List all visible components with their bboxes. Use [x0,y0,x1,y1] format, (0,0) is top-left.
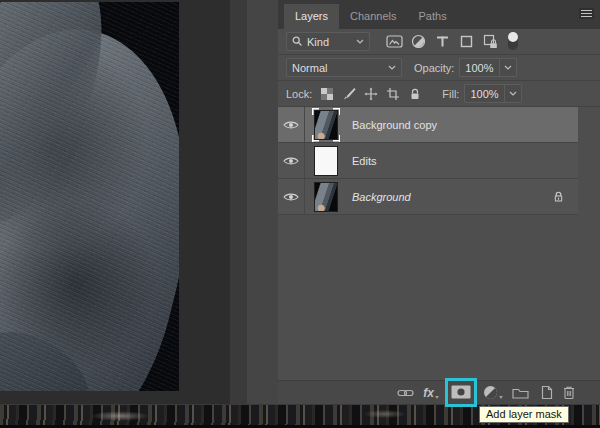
layer-thumbnail[interactable] [312,108,340,142]
filter-kind-dropdown[interactable]: Kind [286,32,370,51]
lock-position-icon[interactable] [360,85,382,103]
layer-visibility-toggle[interactable] [278,179,305,214]
add-layer-mask-highlight [448,381,474,404]
shape-layers-filter-icon[interactable] [454,32,478,52]
fill-value: 100% [465,88,503,100]
smart-objects-filter-icon[interactable] [478,32,502,52]
layer-visibility-toggle[interactable] [278,143,305,178]
lock-all-icon[interactable] [404,85,426,103]
layer-row-edits[interactable]: Edits [278,143,578,179]
prevent-autonesting-icon[interactable] [382,85,404,103]
eye-icon [283,156,299,166]
panel-menu-icon[interactable] [579,8,594,19]
layer-lock-icon [553,190,564,203]
adjustment-layers-filter-icon[interactable] [406,32,430,52]
filter-toggle[interactable] [508,33,518,50]
filter-kind-value: Kind [307,36,352,48]
add-layer-mask-tooltip: Add layer mask [479,406,569,423]
blend-mode-dropdown[interactable]: Normal [286,58,402,77]
panel-tab-bar: Layers Channels Paths [278,0,600,29]
tab-paths[interactable]: Paths [408,4,458,29]
new-layer-icon[interactable] [538,385,553,400]
lock-label: Lock: [286,88,312,100]
chevron-down-icon [388,65,396,70]
opacity-label: Opacity: [414,62,454,74]
chevron-down-icon[interactable] [504,85,521,102]
layer-row-background[interactable]: Background [278,179,578,215]
layer-visibility-toggle[interactable] [278,107,305,142]
add-layer-mask-icon[interactable] [451,385,471,399]
layer-row-background-copy[interactable]: Background copy [278,107,578,143]
new-group-icon[interactable] [512,386,529,399]
fx-label: fx [423,386,434,400]
canvas-area [0,0,230,404]
photoshop-workspace: Layers Channels Paths Kind [0,0,600,428]
layers-list: Background copy Edits [278,107,600,215]
layer-style-icon[interactable]: fx [423,386,439,400]
search-icon [292,36,303,47]
type-layers-filter-icon[interactable] [430,32,454,52]
layer-thumbnail[interactable] [312,180,340,214]
eye-icon [283,120,299,130]
lock-row: Lock: [278,81,600,107]
blend-mode-value: Normal [292,62,384,74]
tab-layers[interactable]: Layers [284,4,339,29]
opacity-value: 100% [460,62,498,74]
layer-thumbnail[interactable] [312,144,340,178]
caret-down-icon [499,396,503,399]
layer-name[interactable]: Background copy [352,119,437,131]
lock-image-pixels-icon[interactable] [338,85,360,103]
link-layers-icon[interactable] [397,388,414,398]
lock-transparent-pixels-icon[interactable] [316,85,338,103]
fill-label: Fill: [442,88,459,100]
layers-panel: Layers Channels Paths Kind [278,0,600,404]
chevron-down-icon[interactable] [499,59,516,76]
layer-name[interactable]: Edits [352,155,376,167]
caret-down-icon [435,396,439,399]
layers-panel-toolbar: fx [278,380,600,404]
fill-input[interactable]: 100% [464,84,521,103]
blend-row: Normal Opacity: 100% [278,55,600,81]
pixel-layers-filter-icon[interactable] [382,32,406,52]
document-photo[interactable] [0,2,179,391]
eye-icon [283,192,299,202]
layer-name[interactable]: Background [352,191,411,203]
delete-layer-icon[interactable] [562,385,576,400]
tab-channels[interactable]: Channels [339,4,407,29]
filter-row: Kind [278,29,600,55]
dock-divider [230,0,247,404]
chevron-down-icon [356,39,364,44]
dock-background [247,0,278,404]
opacity-input[interactable]: 100% [459,58,516,77]
new-adjustment-layer-icon[interactable] [483,385,503,400]
